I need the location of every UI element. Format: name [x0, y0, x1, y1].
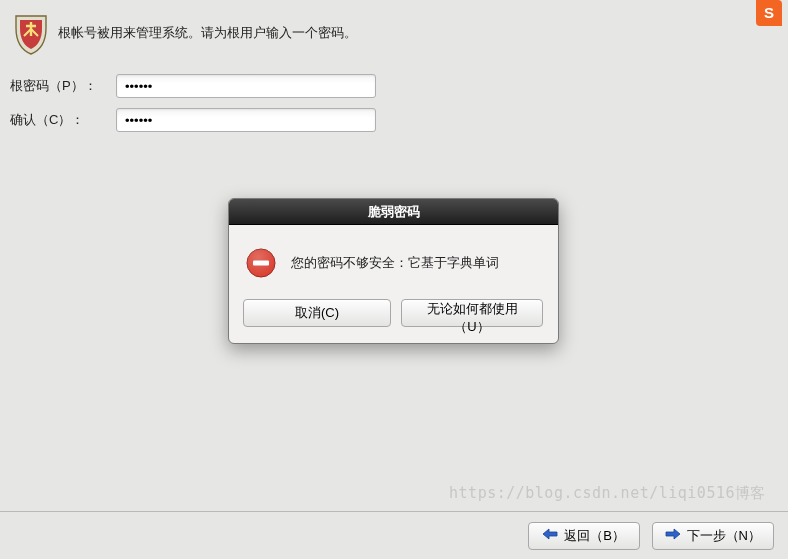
- svg-rect-3: [253, 261, 269, 266]
- weak-password-dialog: 脆弱密码 您的密码不够安全：它基于字典单词 取消(C) 无论如何都使用（U）: [228, 198, 559, 344]
- use-anyway-button[interactable]: 无论如何都使用（U）: [401, 299, 543, 327]
- dialog-message: 您的密码不够安全：它基于字典单词: [291, 254, 499, 272]
- password-label: 根密码（P）：: [6, 77, 116, 95]
- arrow-right-icon: [665, 528, 681, 543]
- back-button[interactable]: 返回（B）: [528, 522, 640, 550]
- ime-icon: S: [756, 0, 782, 26]
- confirm-label: 确认（C）：: [6, 111, 116, 129]
- footer-bar: 返回（B） 下一步（N）: [0, 511, 788, 559]
- stop-icon: [245, 247, 277, 279]
- svg-text:S: S: [764, 4, 774, 21]
- intro-text: 根帐号被用来管理系统。请为根用户输入一个密码。: [58, 14, 357, 42]
- next-button[interactable]: 下一步（N）: [652, 522, 774, 550]
- back-button-label: 返回（B）: [564, 527, 625, 545]
- cancel-button[interactable]: 取消(C): [243, 299, 391, 327]
- root-password-input[interactable]: [116, 74, 376, 98]
- next-button-label: 下一步（N）: [687, 527, 761, 545]
- arrow-left-icon: [542, 528, 558, 543]
- confirm-password-input[interactable]: [116, 108, 376, 132]
- dialog-title: 脆弱密码: [229, 199, 558, 225]
- watermark-text: https://blog.csdn.net/liqi0516博客: [449, 484, 766, 503]
- shield-icon: [14, 14, 48, 56]
- root-password-form: 根密码（P）： 确认（C）：: [0, 74, 788, 132]
